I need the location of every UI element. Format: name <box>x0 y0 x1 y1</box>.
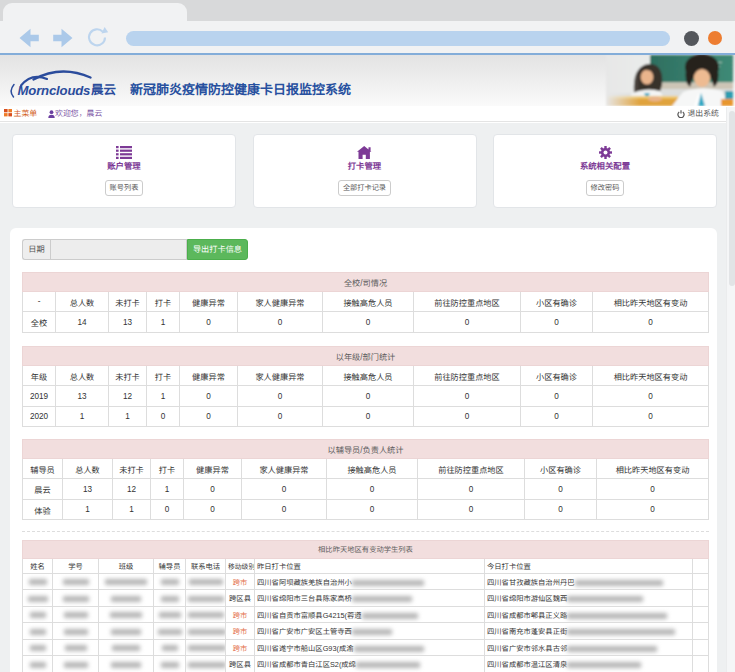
svg-text:晨云: 晨云 <box>91 79 117 98</box>
svg-text:Mornclouds: Mornclouds <box>18 83 91 98</box>
